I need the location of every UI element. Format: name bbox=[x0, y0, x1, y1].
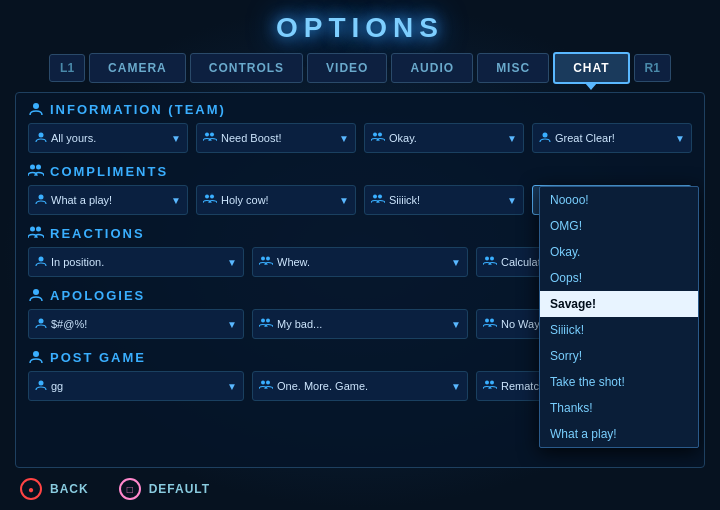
double-icon bbox=[483, 255, 497, 269]
dropdown-arrow: ▼ bbox=[507, 133, 517, 144]
svg-point-0 bbox=[33, 103, 39, 109]
post-value-2: One. More. Game. bbox=[277, 380, 451, 392]
back-icon: ● bbox=[20, 478, 42, 500]
react-value-1: In position. bbox=[51, 256, 227, 268]
tab-chat[interactable]: CHAT bbox=[553, 52, 629, 84]
popup-item-3[interactable]: Oops! bbox=[540, 265, 698, 291]
double-icon bbox=[483, 379, 497, 393]
info-value-2: Need Boost! bbox=[221, 132, 339, 144]
popup-item-0[interactable]: Noooo! bbox=[540, 187, 698, 213]
svg-point-8 bbox=[36, 165, 41, 170]
comp-dropdown-2[interactable]: Holy cow! ▼ bbox=[196, 185, 356, 215]
tab-l1[interactable]: L1 bbox=[49, 54, 85, 82]
information-dropdowns: All yours. ▼ Need Boost! ▼ Okay. ▼ bbox=[28, 123, 692, 153]
double-person-icon bbox=[28, 225, 44, 241]
svg-point-22 bbox=[33, 289, 39, 295]
back-button[interactable]: ● BACK bbox=[20, 478, 89, 500]
person-icon-sm bbox=[35, 379, 47, 393]
person-icon bbox=[28, 349, 44, 365]
svg-point-21 bbox=[490, 257, 494, 261]
svg-point-2 bbox=[205, 133, 209, 137]
double-icon bbox=[259, 317, 273, 331]
dropdown-arrow: ▼ bbox=[227, 319, 237, 330]
info-dropdown-4[interactable]: Great Clear! ▼ bbox=[532, 123, 692, 153]
person-icon-sm bbox=[35, 131, 47, 145]
popup-item-9[interactable]: What a play! bbox=[540, 421, 698, 447]
section-compliments-title: COMPLIMENTS bbox=[28, 163, 692, 179]
apol-dropdown-1[interactable]: $#@%! ▼ bbox=[28, 309, 244, 339]
info-dropdown-2[interactable]: Need Boost! ▼ bbox=[196, 123, 356, 153]
popup-item-1[interactable]: OMG! bbox=[540, 213, 698, 239]
person-icon bbox=[28, 287, 44, 303]
double-icon bbox=[203, 193, 217, 207]
svg-point-1 bbox=[39, 133, 44, 138]
svg-point-30 bbox=[261, 381, 265, 385]
dropdown-popup: Noooo! OMG! Okay. Oops! Savage! Siiiick!… bbox=[539, 186, 699, 448]
section-information-title: INFORMATION (TEAM) bbox=[28, 101, 692, 117]
main-content: OPTIONS L1 CAMERA CONTROLS VIDEO AUDIO M… bbox=[0, 0, 720, 510]
tab-r1[interactable]: R1 bbox=[634, 54, 671, 82]
svg-point-25 bbox=[266, 319, 270, 323]
dropdown-arrow: ▼ bbox=[451, 319, 461, 330]
popup-item-5[interactable]: Siiiick! bbox=[540, 317, 698, 343]
svg-point-6 bbox=[543, 133, 548, 138]
default-button[interactable]: □ DEFAULT bbox=[119, 478, 210, 500]
double-icon bbox=[371, 193, 385, 207]
svg-point-3 bbox=[210, 133, 214, 137]
popup-item-4[interactable]: Savage! bbox=[540, 291, 698, 317]
comp-dropdown-1[interactable]: What a play! ▼ bbox=[28, 185, 188, 215]
tabs-bar: L1 CAMERA CONTROLS VIDEO AUDIO MISC CHAT… bbox=[0, 52, 720, 92]
dropdown-arrow: ▼ bbox=[171, 195, 181, 206]
svg-point-17 bbox=[39, 257, 44, 262]
svg-point-15 bbox=[30, 227, 35, 232]
tab-camera[interactable]: CAMERA bbox=[89, 53, 186, 83]
svg-point-32 bbox=[485, 381, 489, 385]
person-icon bbox=[28, 101, 44, 117]
double-icon bbox=[203, 131, 217, 145]
popup-item-6[interactable]: Sorry! bbox=[540, 343, 698, 369]
dropdown-arrow: ▼ bbox=[675, 133, 685, 144]
svg-point-23 bbox=[39, 319, 44, 324]
comp-value-1: What a play! bbox=[51, 194, 171, 206]
person-icon-sm bbox=[35, 255, 47, 269]
react-value-2: Whew. bbox=[277, 256, 451, 268]
double-icon bbox=[371, 131, 385, 145]
post-dropdown-1[interactable]: gg ▼ bbox=[28, 371, 244, 401]
post-dropdown-2[interactable]: One. More. Game. ▼ bbox=[252, 371, 468, 401]
info-value-3: Okay. bbox=[389, 132, 507, 144]
tab-controls[interactable]: CONTROLS bbox=[190, 53, 303, 83]
popup-item-2[interactable]: Okay. bbox=[540, 239, 698, 265]
svg-point-31 bbox=[266, 381, 270, 385]
dropdown-arrow: ▼ bbox=[171, 133, 181, 144]
section-information: INFORMATION (TEAM) All yours. ▼ Need Boo… bbox=[28, 101, 692, 153]
double-icon bbox=[259, 255, 273, 269]
post-value-1: gg bbox=[51, 380, 227, 392]
dropdown-arrow: ▼ bbox=[339, 195, 349, 206]
double-person-icon bbox=[28, 163, 44, 179]
info-dropdown-1[interactable]: All yours. ▼ bbox=[28, 123, 188, 153]
info-dropdown-3[interactable]: Okay. ▼ bbox=[364, 123, 524, 153]
svg-point-28 bbox=[33, 351, 39, 357]
person-icon-sm bbox=[539, 131, 551, 145]
dropdown-arrow: ▼ bbox=[451, 381, 461, 392]
comp-dropdown-3[interactable]: Siiiick! ▼ bbox=[364, 185, 524, 215]
react-dropdown-2[interactable]: Whew. ▼ bbox=[252, 247, 468, 277]
svg-point-18 bbox=[261, 257, 265, 261]
tab-misc[interactable]: MISC bbox=[477, 53, 549, 83]
tab-audio[interactable]: AUDIO bbox=[391, 53, 473, 83]
react-dropdown-1[interactable]: In position. ▼ bbox=[28, 247, 244, 277]
tab-video[interactable]: VIDEO bbox=[307, 53, 387, 83]
apol-value-1: $#@%! bbox=[51, 318, 227, 330]
dropdown-arrow: ▼ bbox=[339, 133, 349, 144]
popup-item-8[interactable]: Thanks! bbox=[540, 395, 698, 421]
svg-point-5 bbox=[378, 133, 382, 137]
apol-value-2: My bad... bbox=[277, 318, 451, 330]
popup-item-7[interactable]: Take the shot! bbox=[540, 369, 698, 395]
double-icon bbox=[259, 379, 273, 393]
person-icon-sm bbox=[35, 317, 47, 331]
comp-dropdown-4[interactable]: Savage! ▼ Noooo! OMG! Okay. Oops! Savage… bbox=[532, 185, 692, 215]
compliments-dropdowns: What a play! ▼ Holy cow! ▼ Siiiick! ▼ bbox=[28, 185, 692, 215]
info-value-1: All yours. bbox=[51, 132, 171, 144]
apol-dropdown-2[interactable]: My bad... ▼ bbox=[252, 309, 468, 339]
svg-point-29 bbox=[39, 381, 44, 386]
